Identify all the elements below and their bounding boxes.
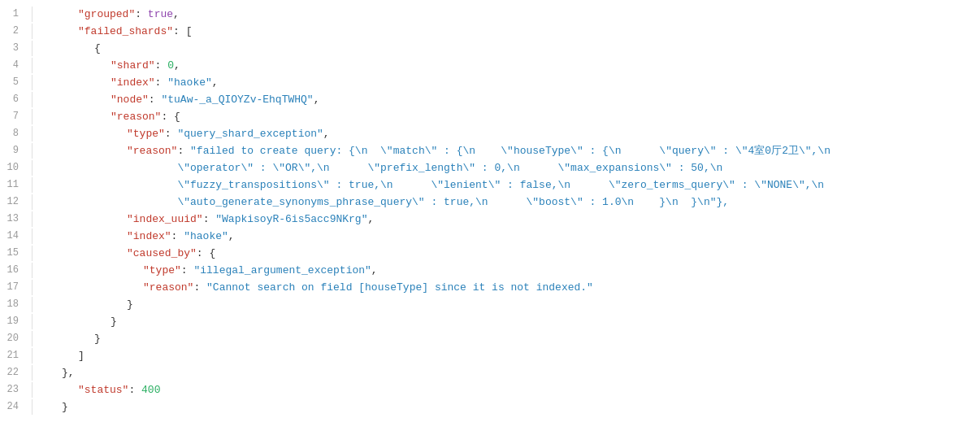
line-number: 8 <box>0 126 33 141</box>
json-string: "tuAw-_a_QIOYZv-EhqTWHQ" <box>161 94 313 106</box>
json-punctuation: : <box>203 213 216 225</box>
json-punctuation: : <box>193 281 206 294</box>
json-key: "index" <box>127 230 171 242</box>
json-punctuation: : { <box>197 247 215 259</box>
code-line: 24} <box>0 399 980 416</box>
json-string: \"fuzzy_transpositions\" : true,\n \"len… <box>127 179 824 191</box>
line-content: }, <box>46 365 967 382</box>
code-line: 23"status": 400 <box>0 382 980 399</box>
line-number: 19 <box>0 314 33 329</box>
line-content: \"fuzzy_transpositions\" : true,\n \"len… <box>46 177 967 194</box>
line-number: 5 <box>0 75 33 90</box>
json-punctuation: : <box>181 264 194 276</box>
json-key: "shard" <box>111 59 155 72</box>
code-line: 2"failed_shards": [ <box>0 24 980 41</box>
line-content: } <box>46 314 967 331</box>
line-number: 18 <box>0 297 33 312</box>
json-key: "reason" <box>127 145 177 157</box>
code-line: 3{ <box>0 41 980 58</box>
line-number: 2 <box>0 24 33 39</box>
code-line: 8"type": "query_shard_exception", <box>0 126 980 143</box>
line-content: \"auto_generate_synonyms_phrase_query\" … <box>46 194 967 211</box>
code-line: 15"caused_by": { <box>0 246 980 263</box>
json-punctuation: } <box>94 333 101 345</box>
line-content: ] <box>46 348 967 365</box>
json-punctuation: : <box>171 230 184 242</box>
line-content: "type": "query_shard_exception", <box>46 126 967 143</box>
line-content: "status": 400 <box>46 382 967 399</box>
json-punctuation: , <box>173 8 180 20</box>
line-number: 13 <box>0 211 33 227</box>
line-number: 9 <box>0 143 33 159</box>
json-punctuation: : <box>155 76 168 89</box>
code-line: 1"grouped": true, <box>0 7 980 24</box>
line-number: 10 <box>0 160 33 176</box>
code-line: 14"index": "haoke", <box>0 229 980 246</box>
json-punctuation: } <box>111 316 117 328</box>
json-punctuation: }, <box>62 367 75 379</box>
json-punctuation: : <box>155 59 168 72</box>
code-line: 21] <box>0 348 980 365</box>
line-number: 20 <box>0 331 33 346</box>
json-punctuation: , <box>367 213 374 225</box>
json-punctuation: ] <box>78 350 85 362</box>
line-content: "grouped": true, <box>46 7 967 24</box>
code-line: 22}, <box>0 365 980 382</box>
code-line: 5"index": "haoke", <box>0 75 980 92</box>
json-string: "Cannot search on field [houseType] sinc… <box>206 281 593 294</box>
json-punctuation: , <box>212 76 219 89</box>
line-content: "node": "tuAw-_a_QIOYZv-EhqTWHQ", <box>46 92 967 109</box>
json-key: "failed_shards" <box>78 25 173 37</box>
line-number: 4 <box>0 58 33 73</box>
line-number: 3 <box>0 41 33 56</box>
code-line: 16"type": "illegal_argument_exception", <box>0 263 980 280</box>
json-punctuation: : <box>128 384 141 396</box>
code-line: 10 \"operator\" : \"OR\",\n \"prefix_len… <box>0 160 980 177</box>
json-punctuation: , <box>371 264 378 276</box>
line-number: 6 <box>0 92 33 107</box>
line-content: "reason": "failed to create query: {\n \… <box>46 143 967 160</box>
code-line: 17"reason": "Cannot search on field [hou… <box>0 280 980 297</box>
line-content: "index_uuid": "WapkisoyR-6is5acc9NKrg", <box>46 211 967 229</box>
code-line: 19} <box>0 314 980 331</box>
json-key: "caused_by" <box>127 247 197 259</box>
json-string: "failed to create query: {\n \"match\" :… <box>190 145 830 157</box>
line-number: 24 <box>0 399 33 415</box>
code-container: 1"grouped": true,2"failed_shards": [3{4"… <box>0 0 980 431</box>
json-number: 0 <box>167 59 174 72</box>
code-line: 11 \"fuzzy_transpositions\" : true,\n \"… <box>0 177 980 194</box>
json-bool: true <box>148 8 173 20</box>
json-string: "WapkisoyR-6is5acc9NKrg" <box>215 213 367 225</box>
line-content: "failed_shards": [ <box>46 24 967 41</box>
code-line: 6"node": "tuAw-_a_QIOYZv-EhqTWHQ", <box>0 92 980 109</box>
json-punctuation: , <box>323 128 330 140</box>
code-line: 4"shard": 0, <box>0 58 980 75</box>
code-line: 13"index_uuid": "WapkisoyR-6is5acc9NKrg"… <box>0 211 980 229</box>
line-number: 12 <box>0 194 33 210</box>
json-key: "type" <box>143 264 181 276</box>
line-number: 16 <box>0 263 33 278</box>
line-content: } <box>46 297 967 314</box>
json-string: "haoke" <box>184 230 228 242</box>
line-content: "index": "haoke", <box>46 229 967 246</box>
json-string: "illegal_argument_exception" <box>193 264 371 276</box>
code-line: 12 \"auto_generate_synonyms_phrase_query… <box>0 194 980 211</box>
json-key: "node" <box>111 94 149 106</box>
line-content: } <box>46 399 967 416</box>
json-punctuation: : <box>177 145 190 157</box>
json-punctuation: , <box>174 59 180 72</box>
code-line: 7"reason": { <box>0 109 980 126</box>
line-content: { <box>46 41 967 58</box>
line-number: 14 <box>0 229 33 244</box>
json-punctuation: , <box>314 94 320 106</box>
line-content: } <box>46 331 967 348</box>
code-line: 20} <box>0 331 980 348</box>
json-key: "grouped" <box>78 8 135 20</box>
json-string: \"auto_generate_synonyms_phrase_query\" … <box>127 196 729 208</box>
line-number: 23 <box>0 382 33 398</box>
line-number: 17 <box>0 280 33 295</box>
line-content: "shard": 0, <box>46 58 967 75</box>
line-number: 22 <box>0 365 33 381</box>
json-punctuation: : { <box>161 111 180 123</box>
json-punctuation: : <box>135 8 148 20</box>
